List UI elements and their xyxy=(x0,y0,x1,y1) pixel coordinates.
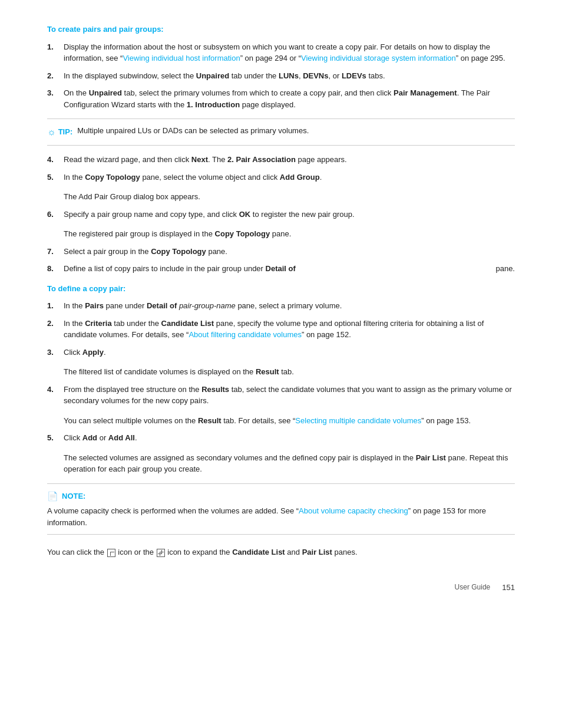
define-step-3: 3. Click Apply. xyxy=(47,347,515,358)
define-step-content-4: From the displayed tree structure on the… xyxy=(64,384,515,407)
note-box: 📄 NOTE: A volume capacity check is perfo… xyxy=(47,483,515,535)
step-content-8: Define a list of copy pairs to include i… xyxy=(64,263,515,275)
define-step-num-5: 5. xyxy=(47,432,64,444)
define-step-1: 1. In the Pairs pane under Detail of pai… xyxy=(47,300,515,312)
footer-page: 151 xyxy=(502,582,515,594)
define-step-content-1: In the Pairs pane under Detail of pair-g… xyxy=(64,300,515,312)
step-content-4: Read the wizard page, and then click Nex… xyxy=(64,154,515,166)
step-2: 2. In the displayed subwindow, select th… xyxy=(47,70,515,82)
step-num-3: 3. xyxy=(47,87,64,99)
define-step-4-sub: You can select multiple volumes on the R… xyxy=(64,415,515,427)
note-icon: 📄 xyxy=(47,490,58,503)
footer-label: User Guide xyxy=(455,582,491,592)
define-step-5-sub: The selected volumes are assigned as sec… xyxy=(64,452,515,475)
step-5-sub: The Add Pair Group dialog box appears. xyxy=(64,191,515,203)
steps-list-define: 1. In the Pairs pane under Detail of pai… xyxy=(47,300,515,358)
step-7: 7. Select a pair group in the Copy Topol… xyxy=(47,246,515,258)
note-label: NOTE: xyxy=(62,490,85,502)
define-step-num-1: 1. xyxy=(47,300,64,312)
step-4: 4. Read the wizard page, and then click … xyxy=(47,154,515,166)
step-content-3: On the Unpaired tab, select the primary … xyxy=(64,87,515,110)
define-step-content-3: Click Apply. xyxy=(64,347,515,358)
link-about-volume-capacity[interactable]: About volume capacity checking xyxy=(299,506,408,515)
tip-label: TIP: xyxy=(58,126,73,138)
step-num-2: 2. xyxy=(47,70,64,82)
define-step-content-5: Click Add or Add All. xyxy=(64,432,515,444)
define-step-2: 2. In the Criteria tab under the Candida… xyxy=(47,318,515,341)
steps-list-create-2: 4. Read the wizard page, and then click … xyxy=(47,154,515,183)
note-heading: 📄 NOTE: xyxy=(47,490,515,503)
step-content-6: Specify a pair group name and copy type,… xyxy=(64,209,515,220)
section-heading-create-pairs: To create pairs and pair groups: xyxy=(47,24,515,35)
link-selecting-multiple[interactable]: Selecting multiple candidate volumes xyxy=(295,416,421,425)
step-6: 6. Specify a pair group name and copy ty… xyxy=(47,209,515,220)
step-1: 1. Display the information about the hos… xyxy=(47,41,515,64)
step-num-4: 4. xyxy=(47,154,64,166)
step-5: 5. In the Copy Topology pane, select the… xyxy=(47,172,515,183)
define-step-num-3: 3. xyxy=(47,347,64,358)
step-num-1: 1. xyxy=(47,41,64,53)
step-content-2: In the displayed subwindow, select the U… xyxy=(64,70,515,82)
define-step-num-2: 2. xyxy=(47,318,64,330)
step-3: 3. On the Unpaired tab, select the prima… xyxy=(47,87,515,110)
define-step-5: 5. Click Add or Add All. xyxy=(47,432,515,444)
step-8: 8. Define a list of copy pairs to includ… xyxy=(47,263,515,275)
section-create-pairs: To create pairs and pair groups: 1. Disp… xyxy=(47,24,515,275)
link-viewing-storage-info[interactable]: Viewing individual storage system inform… xyxy=(301,54,456,62)
page-footer: User Guide 151 xyxy=(47,582,515,594)
tip-sun-icon: ☼ xyxy=(47,125,56,139)
step-num-7: 7. xyxy=(47,246,64,258)
tip-icon: ☼ TIP: xyxy=(47,125,72,139)
step-num-6: 6. xyxy=(47,209,64,220)
step-content-7: Select a pair group in the Copy Topology… xyxy=(64,246,515,258)
step-num-5: 5. xyxy=(47,172,64,183)
link-viewing-host-info[interactable]: Viewing individual host information xyxy=(123,54,240,62)
step-content-5: In the Copy Topology pane, select the vo… xyxy=(64,172,515,183)
expand-icons-text: You can click the icon or the icon to ex… xyxy=(47,546,515,558)
define-step-4: 4. From the displayed tree structure on … xyxy=(47,384,515,407)
steps-list-define-2: 4. From the displayed tree structure on … xyxy=(47,384,515,407)
tip-content: Multiple unpaired LUs or DADs can be sel… xyxy=(77,125,309,137)
section-heading-define-pair: To define a copy pair: xyxy=(47,283,515,295)
main-content: To create pairs and pair groups: 1. Disp… xyxy=(47,24,515,593)
tip-box: ☼ TIP: Multiple unpaired LUs or DADs can… xyxy=(47,118,515,146)
note-content: A volume capacity check is performed whe… xyxy=(47,505,515,528)
steps-list-create: 1. Display the information about the hos… xyxy=(47,41,515,111)
define-step-3-sub: The filtered list of candidate volumes i… xyxy=(64,366,515,378)
step-6-sub: The registered pair group is displayed i… xyxy=(64,228,515,240)
steps-list-define-3: 5. Click Add or Add All. xyxy=(47,432,515,444)
step-num-8: 8. xyxy=(47,263,64,275)
step-content-1: Display the information about the host o… xyxy=(64,41,515,64)
section-define-copy-pair: To define a copy pair: 1. In the Pairs p… xyxy=(47,283,515,535)
steps-list-create-4: 7. Select a pair group in the Copy Topol… xyxy=(47,246,515,275)
expand-icon-1 xyxy=(107,549,115,557)
link-about-filtering[interactable]: About filtering candidate volumes xyxy=(189,330,302,339)
define-step-content-2: In the Criteria tab under the Candidate … xyxy=(64,318,515,341)
define-step-num-4: 4. xyxy=(47,384,64,396)
expand-icon-2 xyxy=(157,549,165,557)
steps-list-create-3: 6. Specify a pair group name and copy ty… xyxy=(47,209,515,220)
